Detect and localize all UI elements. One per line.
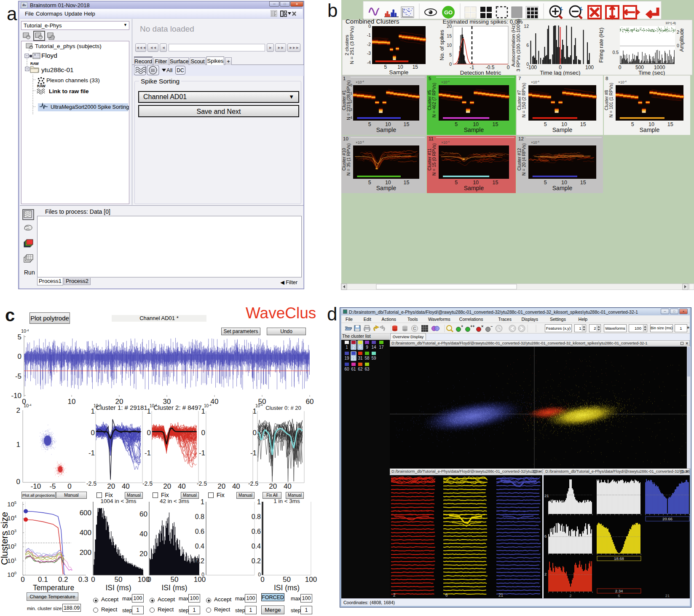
svg-text:-1: -1 (145, 449, 151, 457)
svg-text:9: 9 (366, 345, 368, 350)
svg-text:6: 6 (618, 593, 620, 598)
svg-text:-4: -4 (367, 60, 371, 65)
svg-text:15: 15 (580, 180, 586, 186)
svg-text:0.5: 0.5 (612, 50, 619, 55)
svg-text:0.2: 0.2 (252, 557, 261, 565)
svg-text:1004 in < 3ms: 1004 in < 3ms (100, 498, 136, 504)
svg-text:62: 62 (358, 367, 363, 371)
svg-text:21: 21 (544, 493, 549, 498)
svg-text:200: 200 (80, 549, 91, 557)
svg-text:40: 40 (284, 482, 292, 490)
svg-text:Sample: Sample (389, 69, 409, 75)
svg-text:2 clusters: 2 clusters (344, 35, 349, 55)
svg-text:0.4: 0.4 (195, 543, 204, 550)
svg-text:0: 0 (16, 478, 20, 486)
svg-text:21: 21 (665, 593, 670, 598)
svg-text:0: 0 (253, 429, 257, 437)
svg-text:0: 0 (350, 83, 352, 87)
svg-text:5: 5 (455, 121, 458, 127)
svg-text:N = 150 (2 RPVs): N = 150 (2 RPVs) (521, 83, 526, 118)
svg-text:0.2: 0.2 (195, 557, 204, 565)
svg-text:-2: -2 (349, 100, 352, 104)
svg-text:Sample: Sample (376, 126, 397, 133)
svg-text:11: 11 (429, 136, 434, 141)
svg-text:15: 15 (404, 180, 410, 186)
svg-text:No. of spikes: No. of spikes (439, 30, 445, 60)
svg-text:ISI (ms): ISI (ms) (274, 584, 300, 592)
svg-text:5: 5 (449, 52, 452, 57)
svg-text:10-4: 10-4 (24, 403, 32, 408)
svg-text:40: 40 (232, 482, 240, 490)
svg-text:2: 2 (393, 593, 396, 597)
svg-text:100: 100 (305, 576, 317, 584)
svg-text:2: 2 (569, 593, 571, 598)
svg-text:0.2: 0.2 (58, 576, 68, 584)
svg-text:6: 6 (544, 534, 547, 538)
svg-text:10: 10 (68, 398, 76, 406)
svg-text:1: 1 (343, 76, 346, 81)
svg-text:-10: -10 (11, 392, 21, 400)
svg-text:60: 60 (306, 398, 314, 406)
svg-text:Clusters size: Clusters size (0, 512, 10, 565)
svg-text:2: 2 (352, 345, 355, 350)
svg-text:5: 5 (368, 121, 371, 127)
svg-text:Sample: Sample (552, 126, 573, 133)
svg-text:31: 31 (358, 356, 363, 360)
svg-text:N = 251 (3 RPVs): N = 251 (3 RPVs) (349, 26, 354, 65)
svg-text:10: 10 (343, 136, 348, 141)
svg-text:10: 10 (7, 571, 14, 578)
svg-text:ISI (ms): ISI (ms) (105, 584, 131, 592)
svg-text:42 in < 3ms: 42 in < 3ms (160, 498, 189, 504)
svg-text:1: 1 (147, 407, 151, 415)
svg-text:0: 0 (260, 576, 264, 584)
svg-text:Sample: Sample (464, 126, 484, 133)
svg-text:C: C (413, 326, 416, 331)
svg-text:2: 2 (16, 406, 20, 414)
svg-text:20: 20 (163, 482, 171, 490)
svg-text:0.4: 0.4 (252, 543, 261, 550)
svg-text:Detection Metric: Detection Metric (460, 70, 501, 76)
svg-text:50: 50 (115, 576, 123, 584)
svg-text:1: 1 (16, 441, 20, 449)
svg-text:20: 20 (107, 482, 115, 490)
svg-text:Autocorrelation (Hz): Autocorrelation (Hz) (511, 24, 516, 67)
svg-text:-1: -1 (250, 449, 257, 457)
svg-text:++: ++ (470, 324, 475, 328)
svg-text:18.68: 18.68 (614, 556, 624, 561)
svg-text:Combined Clusters: Combined Clusters (346, 18, 399, 25)
svg-text:0: 0 (449, 62, 452, 67)
svg-text:-2.5: -2.5 (248, 480, 258, 487)
svg-text:Time lag (msec): Time lag (msec) (540, 70, 580, 76)
svg-text:N = 35 (1 RPVs): N = 35 (1 RPVs) (346, 143, 351, 176)
svg-text:0: 0 (368, 24, 371, 29)
svg-text:3: 3 (14, 529, 16, 533)
svg-text:0.6: 0.6 (195, 528, 204, 535)
svg-text:1: 1 (201, 498, 204, 506)
svg-text:1: 1 (14, 557, 16, 561)
svg-text:20: 20 (269, 482, 277, 490)
svg-text:60: 60 (344, 367, 349, 371)
svg-text:Sample: Sample (640, 126, 660, 133)
svg-text:40: 40 (211, 398, 219, 406)
svg-text:20: 20 (139, 550, 147, 558)
svg-text:1: 1 (201, 407, 205, 415)
svg-text:15: 15 (447, 33, 452, 38)
svg-text:14: 14 (371, 345, 376, 350)
svg-text:2: 2 (14, 543, 16, 547)
svg-text:0: 0 (21, 576, 24, 584)
svg-text:×: × (481, 324, 483, 328)
svg-text:0.1: 0.1 (38, 576, 48, 584)
svg-text:−: − (490, 324, 493, 328)
svg-text:2.34: 2.34 (615, 589, 623, 593)
svg-text:-3: -3 (349, 108, 352, 112)
svg-text:15: 15 (413, 64, 418, 70)
svg-text:6: 6 (359, 345, 362, 350)
svg-text:10-4: 10-4 (21, 328, 29, 334)
svg-text:5: 5 (429, 76, 431, 81)
svg-text:5: 5 (544, 121, 547, 127)
svg-text:5: 5 (384, 64, 387, 70)
svg-text:-1: -1 (199, 449, 205, 457)
svg-text:1: 1 (253, 407, 257, 415)
svg-text:12: 12 (518, 136, 524, 141)
svg-text:0: 0 (507, 65, 510, 70)
